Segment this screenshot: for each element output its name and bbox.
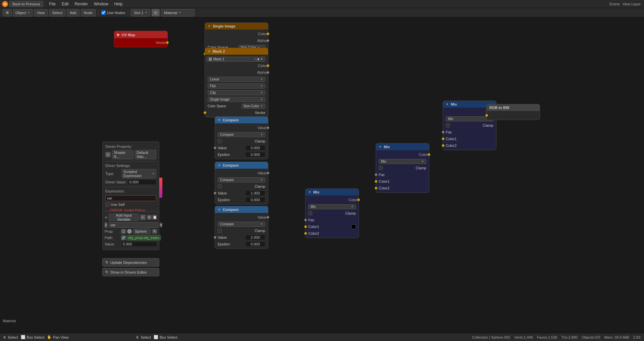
compare2-compare-dropdown[interactable]: Compare▼ xyxy=(218,177,265,182)
pan-view-button[interactable]: ✋ Pan View xyxy=(47,335,68,339)
mix2-color-out-port[interactable] xyxy=(428,153,430,156)
show-in-drivers-editor-button[interactable]: ↻ Show in Drivers Editor xyxy=(102,268,159,276)
mix1-color1-port[interactable] xyxy=(304,225,307,228)
menu-help[interactable]: Help xyxy=(112,1,125,7)
select-right-button[interactable]: 🖱 Select xyxy=(136,335,151,339)
vector-port[interactable] xyxy=(166,41,169,44)
mix2-clamp-checkbox[interactable] xyxy=(379,166,383,170)
mix1-color-out-port[interactable] xyxy=(357,198,360,201)
menu-render[interactable]: Render xyxy=(72,1,91,7)
copy-icon[interactable]: ⧉ xyxy=(147,215,152,220)
mask2-linear-dropdown[interactable]: Linear▼ xyxy=(208,77,265,82)
mix3-color2-port[interactable] xyxy=(442,144,444,147)
compare1-value-in-port[interactable] xyxy=(214,147,216,149)
compare2-epsilon-field[interactable]: 0.000 xyxy=(245,197,265,203)
node-button[interactable]: Node xyxy=(81,9,96,16)
driver-value-field[interactable]: 0.000 xyxy=(128,179,156,185)
mask2-clip-dropdown[interactable]: Clip▼ xyxy=(208,90,265,95)
compare3-compare-dropdown[interactable]: Compare▼ xyxy=(218,222,265,227)
use-nodes-checkbox-label[interactable]: Use Nodes xyxy=(101,10,125,15)
default-value-dropdown[interactable]: Default Valu... xyxy=(135,150,156,159)
mask2-color-port[interactable] xyxy=(267,64,269,67)
paste-icon[interactable]: 📋 xyxy=(152,215,157,220)
mix1-node[interactable]: ▼ Mix Color Mix▼ Clamp Fac xyxy=(305,188,359,238)
compare3-clamp-checkbox[interactable] xyxy=(218,229,222,233)
box-select-left-button[interactable]: ⬜ Box Select xyxy=(21,335,45,339)
compare3-value-in-port[interactable] xyxy=(214,236,216,239)
compare1-compare-dropdown[interactable]: Compare▼ xyxy=(218,132,265,137)
compare1-clamp-checkbox[interactable] xyxy=(218,139,222,143)
compare3-node[interactable]: ▼ Compare Value Compare▼ Clamp Value 2.0… xyxy=(215,206,268,249)
select-button[interactable]: Select xyxy=(49,9,65,16)
mix1-clamp-checkbox[interactable] xyxy=(308,211,312,215)
compare3-value1-field[interactable]: 2.000 xyxy=(245,235,265,240)
mask2-name-dropdown[interactable]: 🖼Mask 2 ○ ◑ ✕ xyxy=(206,57,265,62)
compare3-value-out-port[interactable] xyxy=(267,216,269,219)
mix1-color2-port[interactable] xyxy=(304,232,307,235)
compare2-node[interactable]: ▼ Compare Value Compare▼ Clamp Value 1.0… xyxy=(215,162,268,205)
compare1-value1-field[interactable]: 0.000 xyxy=(245,145,265,151)
view-layer-name: View Layer xyxy=(623,2,641,6)
box-select-right-button[interactable]: ⬜ Box Select xyxy=(154,335,177,339)
view-button[interactable]: View xyxy=(34,9,48,16)
mask2-singleimage-dropdown[interactable]: Single Image▼ xyxy=(208,97,265,102)
value-field[interactable]: 0.000 xyxy=(121,241,157,247)
mask1-alpha-port[interactable] xyxy=(267,39,269,42)
menu-window[interactable]: Window xyxy=(91,1,111,7)
object-select[interactable]: Object▼ xyxy=(13,9,33,16)
path-row: Path: 🔗 obj_prop.obj_index xyxy=(105,235,157,240)
mask2-colorspace-dropdown[interactable]: Non-Color▼ xyxy=(241,104,266,109)
mask2-node[interactable]: ▼ Mask 2 🖼Mask 2 ○ ◑ ✕ Color Alpha xyxy=(205,48,268,117)
mix3-clamp-checkbox[interactable] xyxy=(446,123,450,127)
expression-input[interactable] xyxy=(105,195,156,201)
mix3-color1-port[interactable] xyxy=(442,137,444,140)
mix1-color1-swatch[interactable] xyxy=(351,224,356,229)
editor-type-button[interactable]: ⊞ xyxy=(3,9,12,16)
mask2-alpha-port[interactable] xyxy=(267,71,269,74)
compare2-value1-field[interactable]: 1.000 xyxy=(245,190,265,196)
pencil-icon[interactable]: ✏ xyxy=(140,215,146,220)
mask1-color-port[interactable] xyxy=(267,33,269,35)
use-nodes-checkbox[interactable] xyxy=(101,10,106,15)
mix2-fac-port[interactable] xyxy=(375,173,377,176)
back-to-previous-button[interactable]: Back to Previous xyxy=(9,1,43,7)
compare3-epsilon-field[interactable]: 0.000 xyxy=(245,241,265,247)
type-dropdown[interactable]: Scripted Expression▼ xyxy=(122,169,156,178)
var-close-button[interactable]: ✕ xyxy=(160,223,162,227)
mask2-vector-port[interactable] xyxy=(204,111,206,114)
compare1-value-out-port[interactable] xyxy=(267,126,269,129)
mix2-dropdown[interactable]: Mix▼ xyxy=(379,159,426,164)
compare1-epsilon-field[interactable]: 0.000 xyxy=(245,152,265,157)
slot-select[interactable]: Slot 1▼ xyxy=(131,9,150,16)
path-value-field[interactable]: obj_prop.obj_index xyxy=(126,235,161,240)
mix1-dropdown[interactable]: Mix▼ xyxy=(308,204,356,209)
mix2-color1-port[interactable] xyxy=(375,180,377,183)
prop-close-button[interactable]: ✕ xyxy=(152,229,157,234)
node-canvas[interactable]: ▶ UV Map Vector ▼ Single Image Color Alp… xyxy=(0,17,644,333)
select-left-button[interactable]: 🖱 Select xyxy=(3,335,18,339)
menu-file[interactable]: File xyxy=(47,1,58,7)
rgb-to-bw-node[interactable]: RGB to BW xyxy=(486,104,540,120)
material-icon-btn[interactable]: ⊙ xyxy=(152,9,160,16)
var-name-input[interactable] xyxy=(109,222,158,228)
shader-n-dropdown[interactable]: Shader N... xyxy=(112,150,133,159)
add-button[interactable]: Add xyxy=(67,9,79,16)
use-self-checkbox[interactable] xyxy=(105,203,109,207)
compare1-node[interactable]: ▼ Compare Value Compare▼ Clamp Value 0.0… xyxy=(215,116,268,159)
mask2-flat-dropdown[interactable]: Flat▼ xyxy=(208,83,265,89)
mix2-node[interactable]: ▼ Mix Color Mix▼ Clamp Fac xyxy=(376,143,429,193)
compare2-value-out-port[interactable] xyxy=(267,172,269,174)
compare2-clamp-checkbox[interactable] xyxy=(218,184,222,188)
rgb-to-bw-color-in-port[interactable] xyxy=(485,114,488,117)
add-input-variable-button[interactable]: Add Input Variable xyxy=(109,214,139,221)
material-select[interactable]: Material▼ xyxy=(161,9,195,16)
uv-map-node[interactable]: ▶ UV Map Vector xyxy=(114,31,168,47)
mix3-fac-port[interactable] xyxy=(442,131,444,133)
compare2-value-in-port[interactable] xyxy=(214,192,216,194)
menu-edit[interactable]: Edit xyxy=(59,1,71,7)
var-type-icon[interactable]: ⊙ xyxy=(105,222,107,228)
mix1-fac-port[interactable] xyxy=(304,219,307,221)
mix2-color2-port[interactable] xyxy=(375,187,377,189)
update-dependencies-button[interactable]: ↻ Update Dependencies xyxy=(102,258,159,267)
prop-value-field[interactable]: Sphere xyxy=(133,229,151,234)
